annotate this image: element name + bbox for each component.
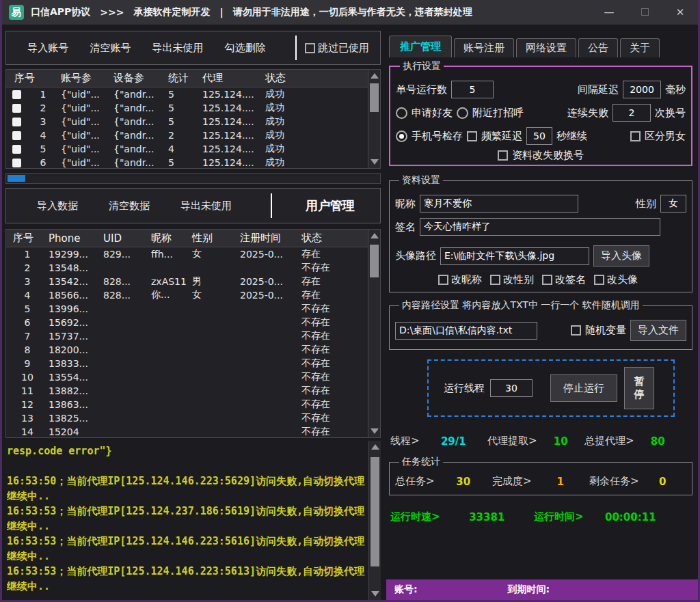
scroll-thumb[interactable] xyxy=(371,457,379,566)
table-row[interactable]: 5{"uid"...{"andr...4125.124....成功 xyxy=(6,142,368,156)
user-management-button[interactable]: 用户管理 xyxy=(280,197,380,214)
import-file-button[interactable]: 导入文件 xyxy=(630,320,686,341)
avatar-path-input[interactable] xyxy=(440,247,589,265)
column-header[interactable]: 代理 xyxy=(201,72,264,85)
change-sign-checkbox[interactable] xyxy=(542,275,552,285)
skip-used-checkbox[interactable] xyxy=(305,43,315,53)
fail-input[interactable] xyxy=(612,104,651,122)
content-path-input[interactable] xyxy=(395,322,537,340)
tab-3[interactable]: 网络设置 xyxy=(516,38,576,57)
column-header[interactable]: 注册时间 xyxy=(239,232,300,245)
import-avatar-button[interactable]: 导入头像 xyxy=(593,245,649,266)
accounts-table-scrollbar[interactable] xyxy=(368,70,380,168)
table-row[interactable]: 313542...828...zxAS11男2025-0...存在 xyxy=(6,275,368,288)
accounts-hscrollbar[interactable] xyxy=(5,173,381,184)
column-header[interactable]: 序号 xyxy=(6,72,59,85)
scroll-down-icon[interactable] xyxy=(371,591,379,597)
table-row[interactable]: 913833...不存在 xyxy=(6,357,368,370)
column-header[interactable]: 账号参 xyxy=(59,72,112,85)
single-run-input[interactable] xyxy=(451,81,494,98)
gender-input[interactable] xyxy=(660,195,686,213)
scroll-up-icon[interactable] xyxy=(371,233,379,238)
phone-check-radio[interactable] xyxy=(396,131,407,142)
stop-run-button[interactable]: 停止运行 xyxy=(550,374,617,402)
toolbar-button[interactable]: 导入账号 xyxy=(27,42,68,55)
table-row[interactable]: 1{"uid"...{"andr...5125.124....成功 xyxy=(6,87,368,101)
row-checkbox[interactable] xyxy=(12,90,21,99)
scroll-up-icon[interactable] xyxy=(371,444,379,450)
toolbar-button[interactable]: 清空数据 xyxy=(109,200,150,213)
freq-delay-input[interactable] xyxy=(526,127,552,145)
column-header[interactable]: 状态 xyxy=(300,232,368,245)
cell-num: 5 xyxy=(25,143,59,154)
change-gender-checkbox[interactable] xyxy=(490,275,500,285)
profile-fail-checkbox[interactable] xyxy=(498,150,508,161)
toolbar-button[interactable]: 勾选删除 xyxy=(225,42,266,55)
toolbar-button[interactable]: 导出未使用 xyxy=(180,200,232,213)
signature-input[interactable] xyxy=(420,218,660,236)
scroll-thumb[interactable] xyxy=(370,83,379,112)
table-row[interactable]: 213548...不存在 xyxy=(6,261,368,275)
scroll-down-icon[interactable] xyxy=(371,428,379,434)
close-button[interactable]: ✕ xyxy=(662,6,698,18)
table-row[interactable]: 615692...不存在 xyxy=(6,316,368,329)
table-row[interactable]: 1013554...不存在 xyxy=(6,370,368,384)
table-row[interactable]: 6{"uid"...{"andr...5125.124....成功 xyxy=(6,156,368,168)
column-header[interactable]: 状态 xyxy=(264,72,368,85)
column-header[interactable]: 设备参 xyxy=(112,72,167,85)
users-table-scrollbar[interactable] xyxy=(368,230,380,437)
change-avatar-checkbox[interactable] xyxy=(594,275,604,285)
thread-count-input[interactable] xyxy=(490,379,533,397)
toolbar-button[interactable]: 导入数据 xyxy=(37,200,78,213)
maximize-button[interactable] xyxy=(627,6,662,18)
table-row[interactable]: 1113882...不存在 xyxy=(6,384,368,398)
scroll-down-icon[interactable] xyxy=(371,159,379,165)
row-checkbox[interactable] xyxy=(12,118,21,126)
pause-button[interactable]: 暂停 xyxy=(624,367,654,409)
table-row[interactable]: 1415204不存在 xyxy=(6,425,368,437)
cell-device: {"andr... xyxy=(112,157,167,168)
column-header[interactable]: Phone xyxy=(47,232,102,245)
row-checkbox[interactable] xyxy=(12,145,21,154)
cell-status: 不存在 xyxy=(300,303,368,315)
scroll-up-icon[interactable] xyxy=(371,73,379,79)
table-row[interactable]: 418566...828...你...女2025-0...存在 xyxy=(6,288,368,302)
table-row[interactable]: 513996...不存在 xyxy=(6,302,368,316)
skip-used-group[interactable]: 跳过已使用 xyxy=(305,42,369,55)
random-var-checkbox[interactable] xyxy=(571,325,581,336)
table-row[interactable]: 119299...829...ffh...女2025-0...存在 xyxy=(6,247,368,261)
table-row[interactable]: 4{"uid"...{"andr...2125.124....成功 xyxy=(6,128,368,142)
scroll-thumb[interactable] xyxy=(370,245,379,277)
nearby-greet-radio[interactable] xyxy=(457,107,468,119)
table-row[interactable]: 1213863...不存在 xyxy=(6,398,368,411)
freq-delay-checkbox[interactable] xyxy=(467,131,477,141)
row-checkbox[interactable] xyxy=(12,104,21,113)
minimize-button[interactable]: — xyxy=(591,6,627,18)
column-header[interactable]: 性别 xyxy=(191,232,239,245)
tab-4[interactable]: 公告 xyxy=(578,38,618,57)
table-row[interactable]: 2{"uid"...{"andr...5125.124....成功 xyxy=(6,101,368,115)
tab-1[interactable]: 推广管理 xyxy=(389,36,452,57)
apply-friend-radio[interactable] xyxy=(396,107,407,119)
column-header[interactable]: 昵称 xyxy=(150,232,191,245)
column-header[interactable]: 统计 xyxy=(167,72,201,85)
tab-5[interactable]: 关于 xyxy=(620,38,660,57)
table-row[interactable]: 3{"uid"...{"andr...5125.124....成功 xyxy=(6,115,368,128)
column-header[interactable]: 序号 xyxy=(6,232,47,245)
toolbar-button[interactable]: 导出未使用 xyxy=(152,42,204,55)
table-row[interactable]: 818200...不存在 xyxy=(6,343,368,357)
log-scrollbar[interactable] xyxy=(368,441,381,600)
table-row[interactable]: 1313825...不存在 xyxy=(6,411,368,425)
nickname-input[interactable] xyxy=(420,195,578,213)
table-row[interactable]: 715737...不存在 xyxy=(6,329,368,343)
row-checkbox[interactable] xyxy=(12,131,21,140)
data-toolbar-buttons: 导入数据清空数据导出未使用 xyxy=(6,200,262,213)
row-checkbox[interactable] xyxy=(12,159,21,167)
gender-split-checkbox[interactable] xyxy=(630,131,641,141)
hscroll-thumb[interactable] xyxy=(8,175,25,182)
toolbar-button[interactable]: 清空账号 xyxy=(90,42,131,55)
interval-input[interactable] xyxy=(623,81,661,98)
tab-2[interactable]: 账号注册 xyxy=(454,38,514,57)
column-header[interactable]: UID xyxy=(102,232,150,245)
change-nick-checkbox[interactable] xyxy=(438,275,448,285)
